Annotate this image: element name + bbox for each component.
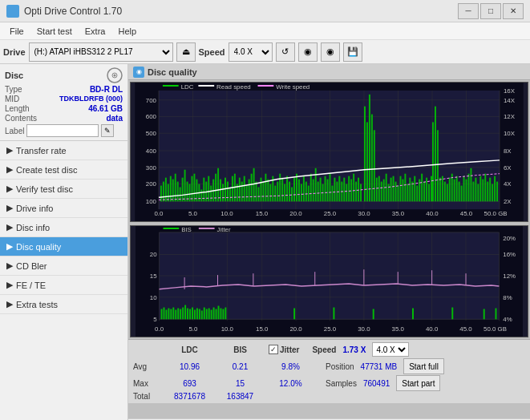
svg-rect-128: [374, 130, 375, 201]
svg-rect-255: [208, 309, 210, 320]
svg-text:5.0: 5.0: [188, 210, 198, 217]
length-label: Length: [5, 104, 30, 113]
svg-rect-170: [449, 178, 451, 202]
label-edit-button[interactable]: ✎: [101, 124, 114, 137]
nav-disc-info[interactable]: ▶ Disc info: [0, 218, 127, 237]
svg-rect-77: [227, 182, 229, 202]
svg-rect-138: [353, 174, 354, 202]
svg-rect-154: [404, 174, 406, 202]
svg-rect-158: [414, 176, 415, 202]
svg-rect-177: [466, 180, 467, 202]
nav-icon-disc-quality: ▶: [6, 241, 13, 252]
svg-rect-121: [331, 186, 333, 202]
nav-icon-drive-info: ▶: [6, 203, 13, 213]
nav-label-verify-test-disc: Verify test disc: [16, 184, 73, 194]
svg-rect-176: [463, 176, 465, 202]
nav-fe-te[interactable]: ▶ FE / TE: [0, 276, 127, 295]
svg-text:15.0: 15.0: [256, 210, 269, 217]
speed-dropdown-stats[interactable]: 4.0 X: [372, 342, 409, 357]
svg-rect-164: [428, 184, 430, 202]
label-label: Label: [5, 127, 24, 135]
svg-text:Write speed: Write speed: [276, 83, 310, 91]
disc-icon: [107, 67, 123, 83]
nav-icon-create-test-disc: ▶: [6, 164, 13, 175]
save-button[interactable]: 💾: [343, 42, 362, 62]
svg-rect-258: [216, 309, 217, 320]
drive-select[interactable]: (H:) ATAPI iHBS312 2 PL17: [29, 42, 173, 62]
menu-extra[interactable]: Extra: [79, 25, 112, 38]
svg-rect-141: [360, 184, 362, 202]
maximize-button[interactable]: □: [480, 3, 501, 19]
svg-rect-139: [355, 182, 357, 202]
svg-rect-241: [175, 309, 176, 319]
svg-rect-254: [206, 309, 208, 320]
svg-text:10: 10: [150, 294, 157, 301]
jitter-avg: 9.8%: [269, 362, 313, 371]
menu-file[interactable]: File: [3, 25, 30, 38]
menu-help[interactable]: Help: [111, 25, 143, 38]
start-part-button[interactable]: Start part: [396, 375, 440, 391]
svg-rect-264: [333, 308, 334, 320]
nav-extra-tests[interactable]: ▶ Extra tests: [0, 295, 127, 314]
svg-text:40.0: 40.0: [426, 210, 439, 217]
svg-rect-70: [210, 186, 212, 202]
svg-rect-185: [484, 174, 486, 202]
svg-rect-265: [373, 309, 374, 320]
svg-rect-132: [338, 176, 340, 202]
nav-create-test-disc[interactable]: ▶ Create test disc: [0, 160, 127, 180]
svg-rect-99: [279, 174, 281, 202]
menu-start-test[interactable]: Start test: [30, 25, 79, 38]
nav-icon-fe-te: ▶: [6, 280, 13, 290]
disc-check-button1[interactable]: ◉: [298, 42, 318, 62]
jitter-checkbox-row: ✓ Jitter: [269, 345, 299, 354]
svg-rect-112: [310, 174, 312, 202]
chart-titlebar: ◉ Disc quality: [128, 64, 530, 80]
eject-button[interactable]: ⏏: [176, 42, 196, 62]
contents-value: data: [106, 114, 123, 123]
svg-rect-167: [442, 176, 443, 202]
svg-text:16X: 16X: [504, 87, 516, 95]
main-layout: Disc Type BD-R DL MID TDKBLDRFB (000) Le…: [0, 64, 530, 420]
svg-rect-55: [175, 174, 176, 202]
jitter-checkbox[interactable]: ✓: [269, 345, 278, 354]
svg-text:LDC: LDC: [181, 83, 194, 91]
svg-rect-73: [217, 168, 219, 202]
svg-rect-248: [192, 308, 193, 320]
svg-rect-63: [193, 174, 195, 202]
disc-check-button2[interactable]: ◉: [321, 42, 340, 62]
svg-rect-91: [260, 178, 261, 202]
total-label: Total: [133, 392, 161, 401]
speed-header: Speed: [312, 345, 336, 354]
speed-select-toolbar[interactable]: 4.0 X: [229, 42, 273, 62]
svg-rect-186: [487, 182, 488, 202]
svg-rect-60: [187, 182, 188, 202]
nav-label-disc-quality: Disc quality: [16, 242, 61, 252]
svg-rect-51: [165, 178, 167, 202]
svg-rect-100: [281, 178, 283, 202]
menubar: File Start test Extra Help: [0, 22, 530, 40]
nav-drive-info[interactable]: ▶ Drive info: [0, 199, 127, 218]
svg-text:700: 700: [146, 97, 157, 104]
svg-rect-151: [398, 186, 399, 202]
sidebar: Disc Type BD-R DL MID TDKBLDRFB (000) Le…: [0, 64, 128, 420]
svg-rect-50: [163, 182, 164, 202]
svg-rect-89: [256, 182, 257, 202]
svg-rect-159: [416, 186, 418, 202]
close-button[interactable]: ✕: [503, 3, 524, 19]
label-input[interactable]: [26, 124, 99, 137]
svg-text:20%: 20%: [503, 235, 516, 242]
minimize-button[interactable]: ─: [458, 3, 479, 19]
svg-rect-83: [241, 182, 243, 202]
svg-text:20.0: 20.0: [289, 325, 302, 333]
nav-disc-quality[interactable]: ▶ Disc quality: [0, 237, 127, 256]
nav-verify-test-disc[interactable]: ▶ Verify test disc: [0, 180, 127, 199]
speed-refresh-button[interactable]: ↺: [276, 42, 295, 62]
max-label: Max: [133, 379, 161, 388]
svg-rect-184: [482, 180, 483, 202]
svg-rect-195: [258, 85, 274, 87]
nav-transfer-rate[interactable]: ▶ Transfer rate: [0, 141, 127, 160]
svg-rect-67: [203, 178, 204, 202]
svg-rect-173: [456, 176, 458, 202]
nav-cd-bler[interactable]: ▶ CD Bler: [0, 256, 127, 276]
start-full-button[interactable]: Start full: [403, 358, 444, 374]
